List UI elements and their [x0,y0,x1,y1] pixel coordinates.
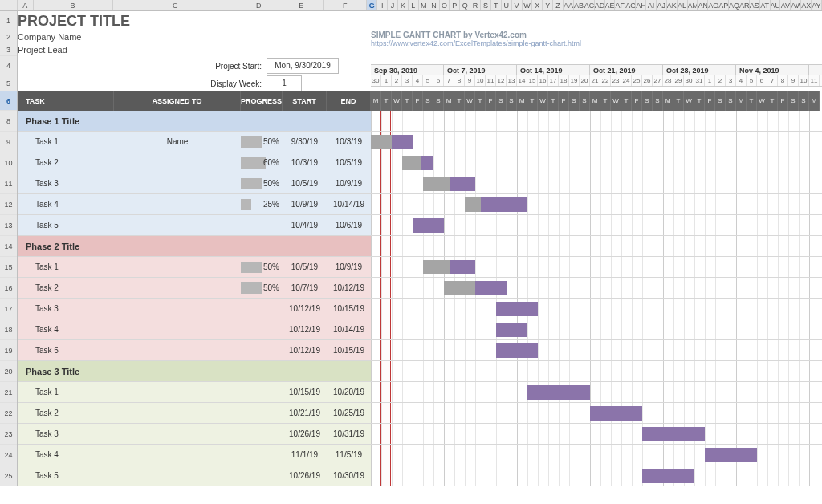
row-header-15[interactable]: 15 [0,257,17,278]
col-header-T[interactable]: T [491,0,502,10]
task-assigned[interactable] [114,445,241,465]
project-start-value[interactable]: Mon, 9/30/2019 [267,58,339,74]
gantt-bar[interactable] [423,177,475,191]
col-header-C[interactable]: C [113,0,238,10]
col-end[interactable]: END [327,91,371,111]
task-start[interactable]: 10/4/19 [283,215,327,235]
task-name[interactable]: Task 3 [18,299,114,319]
col-header-Z[interactable]: Z [553,0,564,10]
gantt-bar[interactable] [590,406,642,421]
task-end[interactable]: 10/20/19 [327,382,371,402]
col-header-AQ[interactable]: AQ [729,0,739,10]
col-assigned[interactable]: ASSIGNED TO [114,91,241,111]
task-name[interactable]: Task 2 [18,403,114,423]
row-header-21[interactable]: 21 [0,382,17,403]
task-row[interactable]: Task 250%10/7/1910/12/19 [18,278,822,299]
col-header-J[interactable]: J [388,0,398,10]
task-start[interactable]: 9/30/19 [283,132,327,152]
task-end[interactable]: 10/15/19 [327,340,371,360]
row-header-22[interactable]: 22 [0,403,17,424]
row-header-11[interactable]: 11 [0,173,17,194]
task-progress[interactable]: 60% [241,152,283,173]
project-title[interactable]: PROJECT TITLE [18,13,130,29]
spreadsheet-column-headers[interactable]: ABCDEFGIJKLMNOPQRSTUVWXYZAAABACADAEAFAGA… [0,0,822,11]
row-header-6[interactable]: 6 [0,91,17,111]
task-assigned[interactable]: Name [114,132,241,152]
col-header-P[interactable]: P [450,0,460,10]
col-header-AW[interactable]: AW [791,0,801,10]
col-header-Y[interactable]: Y [543,0,553,10]
task-end[interactable]: 10/9/19 [327,257,371,277]
row-header-20[interactable]: 20 [0,361,17,382]
task-row[interactable]: Task 150%10/5/1910/9/19 [18,257,822,278]
task-name[interactable]: Task 5 [18,340,114,360]
task-start[interactable]: 10/21/19 [283,403,327,423]
gantt-bar[interactable] [371,135,413,149]
task-row[interactable]: Task 411/1/1911/5/19 [18,445,822,465]
row-header-17[interactable]: 17 [0,299,17,319]
col-header-M[interactable]: M [419,0,429,10]
task-end[interactable]: 10/31/19 [327,424,371,444]
task-progress[interactable] [241,424,283,444]
col-header-L[interactable]: L [409,0,419,10]
task-progress[interactable]: 25% [241,194,283,214]
row-header-18[interactable]: 18 [0,319,17,340]
task-assigned[interactable] [114,340,241,360]
spreadsheet-row-headers[interactable]: 1234568910111213141516171819202122232425 [0,11,18,486]
col-header-AK[interactable]: AK [667,0,678,10]
task-assigned[interactable] [114,299,241,319]
task-row[interactable]: Task 310/26/1910/31/19 [18,424,822,445]
col-header-AL[interactable]: AL [678,0,688,10]
task-progress[interactable]: 50% [241,173,283,193]
row-header-10[interactable]: 10 [0,152,17,173]
task-start[interactable]: 10/26/19 [283,424,327,444]
task-row[interactable]: Task 1Name50%9/30/1910/3/19 [18,132,822,152]
task-end[interactable]: 10/5/19 [327,152,371,173]
gantt-body[interactable]: Phase 1 TitleTask 1Name50%9/30/1910/3/19… [18,111,822,486]
task-start[interactable]: 10/12/19 [283,299,327,319]
task-start[interactable]: 10/26/19 [283,465,327,486]
col-header-U[interactable]: U [502,0,512,10]
task-name[interactable]: Task 2 [18,278,114,298]
task-end[interactable]: 11/5/19 [327,445,371,465]
task-progress[interactable] [241,403,283,423]
row-header-3[interactable]: 3 [0,43,17,56]
task-row[interactable]: Task 425%10/9/1910/14/19 [18,194,822,215]
col-header-E[interactable]: E [279,0,323,10]
row-header-19[interactable]: 19 [0,340,17,361]
task-name[interactable]: Task 5 [18,465,114,486]
col-header-W[interactable]: W [523,0,533,10]
col-header-R[interactable]: R [470,0,481,10]
col-header-N[interactable]: N [429,0,440,10]
row-header-12[interactable]: 12 [0,194,17,215]
col-header-AM[interactable]: AM [688,0,698,10]
gantt-bar[interactable] [527,385,590,400]
credit-url[interactable]: https://www.vertex42.com/ExcelTemplates/… [371,39,822,47]
col-header-AD[interactable]: AD [595,0,605,10]
task-row[interactable]: Task 210/21/1910/25/19 [18,403,822,424]
task-start[interactable]: 10/7/19 [283,278,327,298]
task-name[interactable]: Task 1 [18,257,114,277]
task-assigned[interactable] [114,319,241,339]
task-start[interactable]: 10/12/19 [283,319,327,339]
task-end[interactable]: 10/30/19 [327,465,371,486]
task-progress[interactable]: 50% [241,132,283,152]
gantt-bar[interactable] [402,156,433,170]
col-header-X[interactable]: X [532,0,543,10]
col-header-AH[interactable]: AH [636,0,646,10]
row-header-2[interactable]: 2 [0,30,17,43]
col-header-F[interactable]: F [324,0,367,10]
col-header-AT[interactable]: AT [760,0,771,10]
row-header-4[interactable]: 4 [0,56,17,75]
row-header-23[interactable]: 23 [0,424,17,445]
task-assigned[interactable] [114,152,241,173]
col-header-O[interactable]: O [440,0,450,10]
row-header-16[interactable]: 16 [0,278,17,299]
phase-row[interactable]: Phase 2 Title [18,236,822,257]
row-header-24[interactable]: 24 [0,445,17,465]
col-header-AC[interactable]: AC [584,0,595,10]
col-header-AE[interactable]: AE [605,0,616,10]
row-header-1[interactable]: 1 [0,11,17,30]
task-progress[interactable]: 50% [241,278,283,298]
task-end[interactable]: 10/9/19 [327,173,371,193]
